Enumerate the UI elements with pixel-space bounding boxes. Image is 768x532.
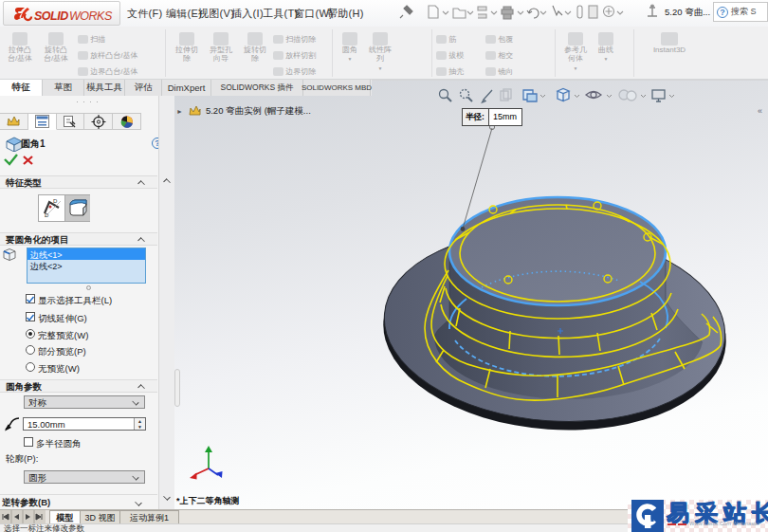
svg-text:D: D	[45, 212, 49, 218]
svg-text:5.20 弯曲...: 5.20 弯曲...	[665, 7, 710, 17]
svg-text:WORKS: WORKS	[69, 9, 113, 23]
svg-text:D: D	[53, 198, 58, 204]
svg-text:SOLID: SOLID	[34, 9, 68, 23]
